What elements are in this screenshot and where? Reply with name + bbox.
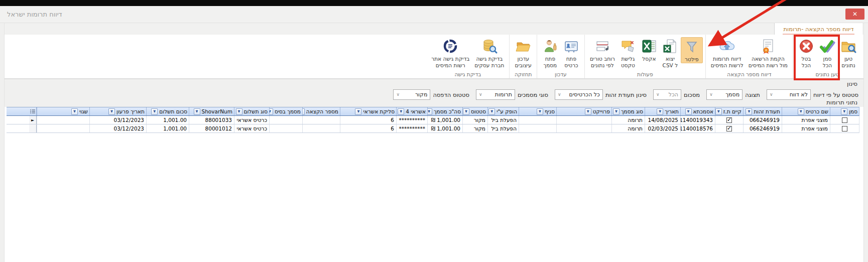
column-width-button[interactable]: רוחב טורים לפי נתונים xyxy=(587,37,617,68)
filter-label: סטטוס הדפסה xyxy=(433,91,469,98)
load-data-button[interactable]: טען נתונים xyxy=(838,37,859,68)
filter-dropdown-icon[interactable]: ▼ xyxy=(269,108,273,115)
access-check-tax-site-button[interactable]: בדיקת גישה אתר רשות המיסים xyxy=(429,37,472,68)
col-id-exists[interactable]: קיים ת.ז▼ xyxy=(715,107,743,115)
open-card-button[interactable]: פתח כרטיס xyxy=(561,37,582,68)
col-credit-4[interactable]: אשראי 4▼ xyxy=(396,107,427,115)
filter-dropdown-icon[interactable]: ▼ xyxy=(685,108,692,115)
filter-dropdown-icon[interactable]: ▼ xyxy=(236,108,242,115)
col-doc-type[interactable]: סוג מסמך▼ xyxy=(611,107,645,115)
filter-section-label: סינון xyxy=(847,80,857,87)
tab-allocation-report[interactable]: דיווח מספר הקצאה -תרומות xyxy=(774,23,862,35)
col-payment-type[interactable]: סוג תשלום▼ xyxy=(234,107,269,115)
col-branch[interactable]: סניף▼ xyxy=(519,107,556,115)
row-selector[interactable] xyxy=(29,124,37,133)
doc-types-dropdown[interactable]: תרומות ∨ xyxy=(476,89,515,100)
col-status[interactable]: סטטוס▼ xyxy=(462,107,487,115)
col-card-name[interactable]: שם כרטיס▼ xyxy=(782,107,830,115)
filter-dropdown-icon[interactable]: ▼ xyxy=(488,108,495,115)
report-status-dropdown[interactable]: לא דווח ∨ xyxy=(767,89,811,100)
id-filter-dropdown[interactable]: כל הכרטיסים ∨ xyxy=(555,89,603,100)
filter-dropdown-icon[interactable]: ▼ xyxy=(398,108,404,115)
filter-label: תצוגה xyxy=(745,91,760,98)
cell-date: 02/03/2025 xyxy=(645,124,680,133)
col-due-date[interactable]: תאריך פרעון▼ xyxy=(89,107,146,115)
grid-corner[interactable] xyxy=(29,107,37,115)
cell-produced-by: הפעלת ביל xyxy=(487,116,519,124)
col-doc-total[interactable]: סה"כ מסמך▼ xyxy=(427,107,462,115)
filter-field-print-status: סטטוס הדפסה מקור ∨ xyxy=(393,89,469,100)
report-donations-button[interactable]: דיווח תרומות לרשות המיסים xyxy=(708,37,746,68)
mark-all-button[interactable]: סמן הכל xyxy=(817,37,838,68)
group-label: תחזוקה xyxy=(512,70,534,77)
filter-dropdown-icon[interactable]: ▼ xyxy=(463,108,469,115)
filter-dropdown-icon[interactable]: ▼ xyxy=(798,108,804,115)
export-csv-button[interactable]: יצוא ל CSV xyxy=(660,37,681,68)
filter-dropdown-icon[interactable]: ▼ xyxy=(585,108,591,115)
filter-dropdown-icon[interactable]: ▼ xyxy=(194,108,200,115)
update-designs-button[interactable]: עדכון עיצובים xyxy=(512,37,534,68)
chevron-down-icon: ∨ xyxy=(396,92,400,97)
cell-due-date: 03/12/2023 xyxy=(89,116,146,124)
cell-base-doc xyxy=(269,124,302,133)
print-status-dropdown[interactable]: מקור ∨ xyxy=(393,89,430,100)
table-row[interactable]: מוצני אפרת 066246919 1140019343 14/08/20… xyxy=(7,116,859,124)
mark-checkbox[interactable] xyxy=(842,117,847,123)
check-icon xyxy=(819,38,835,54)
cell-card-name: מוצני אפרת xyxy=(782,116,830,124)
text-wrap-button[interactable]: גלישת טקסט xyxy=(617,37,639,68)
col-date[interactable]: תאריך▼ xyxy=(645,107,680,115)
cell-error xyxy=(37,124,89,133)
funnel-icon xyxy=(684,39,700,55)
cell-payment-type: כרטיס אשראי xyxy=(234,124,269,133)
mark-checkbox[interactable] xyxy=(842,126,847,132)
ribbon: טען נתונים סמן הכל xyxy=(5,35,863,79)
access-check-business-button[interactable]: בדיקת גישה חברת עסקים xyxy=(472,37,507,68)
filter-dropdown-icon[interactable]: ▼ xyxy=(302,108,305,115)
col-error[interactable]: שגוי▼ xyxy=(37,107,89,115)
col-reference[interactable]: אסמכתא▼ xyxy=(680,107,715,115)
table-row[interactable]: מוצני אפרת 066246919 1140018576 02/03/20… xyxy=(7,124,859,133)
col-allocation-number[interactable]: מספר הקצאה▼ xyxy=(302,107,340,115)
excel-button[interactable]: אקסל xyxy=(639,37,660,62)
filter-dropdown-icon[interactable]: ▼ xyxy=(613,108,619,115)
cell-credit-clearing: 6 xyxy=(340,116,396,124)
view-dropdown[interactable]: מסמך ∨ xyxy=(706,89,742,100)
cell-shovar-num: 80001012 xyxy=(189,124,234,133)
id-exists-checkbox[interactable] xyxy=(726,126,732,132)
from-amount-dropdown[interactable]: הכל ∨ xyxy=(653,89,681,100)
filter-dropdown-icon[interactable]: ▼ xyxy=(108,108,115,115)
filter-dropdown-icon[interactable]: ▼ xyxy=(427,108,432,115)
col-shovar-num[interactable]: ShovarNum▼ xyxy=(189,107,234,115)
cancel-all-button[interactable]: בטל הכל xyxy=(796,37,817,68)
col-credit-clearing[interactable]: סליקת אשראי▼ xyxy=(340,107,396,115)
col-payment-amount[interactable]: סכום תשלום▼ xyxy=(146,107,189,115)
filter-label: סוגי מסמכים xyxy=(518,91,548,98)
open-document-button[interactable]: פתח מסמך xyxy=(540,37,561,68)
col-mark[interactable]: סמן▼ xyxy=(830,107,859,115)
col-project[interactable]: פרוייקט▼ xyxy=(556,107,611,115)
filter-dropdown-icon[interactable]: ▼ xyxy=(715,108,722,115)
filter-dropdown-icon[interactable]: ▼ xyxy=(657,108,663,115)
filter-label: סינון תעודת זהות xyxy=(605,91,647,98)
donations-grid: סמן▼ שם כרטיס▼ תעודת זהות▼ קיים ת.ז▼ אסמ… xyxy=(7,107,859,133)
filter-dropdown-icon[interactable]: ▼ xyxy=(355,108,361,115)
close-button[interactable]: ✕ xyxy=(845,9,864,20)
filter-dropdown-icon[interactable]: ▼ xyxy=(537,108,543,115)
filter-dropdown-icon[interactable]: ▼ xyxy=(151,108,158,115)
cell-date: 14/08/2025 xyxy=(645,116,680,124)
col-base-doc[interactable]: מסמך בסיס▼ xyxy=(269,107,302,115)
setup-authorization-button[interactable]: הקמת הרשאה מול רשות המיסים xyxy=(746,37,790,68)
col-id-number[interactable]: תעודת זהות▼ xyxy=(743,107,782,115)
grid-header: סמן▼ שם כרטיס▼ תעודת זהות▼ קיים ת.ז▼ אסמ… xyxy=(7,107,859,116)
filter-dropdown-icon[interactable]: ▼ xyxy=(841,108,847,115)
id-exists-checkbox[interactable] xyxy=(726,117,732,123)
col-produced-by[interactable]: הופק ע"י▼ xyxy=(487,107,519,115)
cloud-upload-icon xyxy=(719,38,735,54)
row-selector[interactable]: ► xyxy=(29,116,37,124)
filter-button[interactable]: פילטר xyxy=(681,37,703,63)
filter-dropdown-icon[interactable]: ▼ xyxy=(746,108,752,115)
cell-produced-by: הפעלת ביל xyxy=(487,124,519,133)
filter-dropdown-icon[interactable]: ▼ xyxy=(71,108,78,115)
filter-field-from-amount: מסכום הכל ∨ xyxy=(653,89,700,100)
